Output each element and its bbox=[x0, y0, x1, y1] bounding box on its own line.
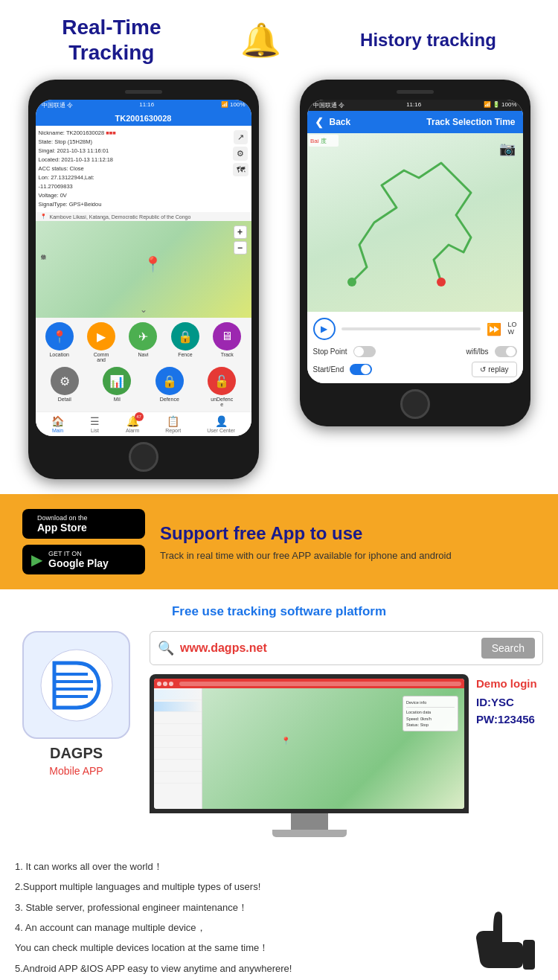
demo-pw: PW:123456 bbox=[476, 713, 543, 726]
app-logo-box bbox=[22, 631, 130, 739]
monitor-display: Device info Location data Speed: 0km/h S… bbox=[154, 679, 464, 809]
title-line2: Tracking bbox=[68, 41, 154, 64]
phone1-wrapper: 中国联通 令 11:16 📶 100% TK2001630028 Nicknam… bbox=[28, 80, 259, 479]
command-btn[interactable]: ▶ Command bbox=[87, 322, 115, 362]
nav-main[interactable]: 🏠Main bbox=[51, 415, 64, 433]
search-bar: 🔍 www.dagps.net Search bbox=[150, 631, 543, 665]
zoom-in-btn[interactable]: + bbox=[234, 225, 247, 239]
location-label: 📍 Kambove Likasi, Katanga, Democratic Re… bbox=[36, 212, 251, 221]
back-btn[interactable]: ❮ bbox=[315, 116, 324, 128]
zoom-out-btn[interactable]: − bbox=[234, 241, 247, 254]
google-play-icon: ▶ bbox=[31, 551, 42, 569]
device-id-bar: TK2001630028 bbox=[36, 111, 251, 126]
info-icons: ↗ ⚙ 🗺 bbox=[233, 129, 248, 209]
header-section: Real-Time Tracking 🔔 History tracking bbox=[0, 0, 558, 72]
appstore-text: Download on the App Store bbox=[37, 514, 88, 534]
start-end-label: Start/End bbox=[313, 365, 344, 374]
monitor-base bbox=[272, 830, 347, 837]
detail-btn[interactable]: ⚙ Detail bbox=[51, 367, 79, 407]
feature-item-1: 1. It can works all over the world！ bbox=[15, 856, 446, 877]
action-row1: 📍 Location ▶ Command ✈ Navi 🔒 Fence bbox=[36, 318, 251, 364]
platform-right: 🔍 www.dagps.net Search bbox=[150, 631, 543, 837]
feature-item-2: 2.Support multiple languages and multipl… bbox=[15, 877, 446, 897]
play-button[interactable]: ▶ bbox=[313, 318, 336, 340]
app-name-label: DAGPS bbox=[50, 745, 103, 762]
feature-item-4: 4. An account can manage multiple device… bbox=[15, 917, 446, 938]
scroll-indicator: ⌄ bbox=[140, 304, 147, 315]
monitor-screen: Device info Location data Speed: 0km/h S… bbox=[150, 674, 469, 813]
playback-controls: ▶ ⏩ LOW Stop Point wifi/lbs bbox=[307, 312, 523, 383]
svg-text:度: 度 bbox=[321, 138, 327, 144]
phone1-home-button[interactable] bbox=[129, 442, 158, 472]
dagps-logo-svg bbox=[39, 648, 114, 723]
support-text: Support free App to use Track in real ti… bbox=[160, 523, 452, 561]
monitor-stand bbox=[291, 813, 328, 830]
stop-point-toggle[interactable] bbox=[353, 346, 376, 357]
track-path-svg: Bai 度 bbox=[307, 133, 523, 312]
platform-section: Free use tracking software platform DAGP… bbox=[0, 589, 558, 845]
googleplay-text: GET IT ON Google Play bbox=[48, 550, 109, 569]
phones-section: 中国联通 令 11:16 📶 100% TK2001630028 Nicknam… bbox=[0, 72, 558, 494]
realtime-title: Real-Time Tracking bbox=[62, 15, 161, 65]
nav-list[interactable]: ☰List bbox=[90, 415, 100, 433]
wifi-lbs-label: wifi/lbs bbox=[466, 348, 488, 356]
defence-btn[interactable]: 🔒 Defence bbox=[155, 367, 184, 407]
svg-point-0 bbox=[347, 278, 356, 286]
action-row2: ⚙ Detail 📊 Mil 🔒 Defence 🔓 unDefence bbox=[36, 364, 251, 411]
bell-icon-container: 🔔 bbox=[240, 21, 281, 60]
wifi-lbs-toggle[interactable] bbox=[495, 346, 517, 357]
title-line1: Real-Time bbox=[62, 16, 161, 39]
feature-item-6: 5.Android APP &IOS APP easy to view anyt… bbox=[15, 958, 446, 979]
speed-forward[interactable]: ⏩ bbox=[487, 322, 501, 336]
history-title: History tracking bbox=[360, 30, 496, 51]
map-pin: 📍 bbox=[144, 255, 162, 273]
undefence-btn[interactable]: 🔓 unDefence bbox=[208, 367, 236, 407]
nav-alarm[interactable]: 🔔 47 Alarm bbox=[126, 415, 139, 433]
status-bar: 中国联通 令 11:16 📶 100% bbox=[36, 100, 251, 111]
info-text: Nickname: TK2001630028 ■■■ State: Stop (… bbox=[39, 129, 230, 209]
fence-btn[interactable]: 🔒 Fence bbox=[171, 322, 199, 362]
phone1-frame: 中国联通 令 11:16 📶 100% TK2001630028 Nicknam… bbox=[28, 80, 259, 479]
share-icon-btn[interactable]: ↗ bbox=[234, 130, 248, 144]
map-area: 外华镇 📍 + − ⌄ bbox=[36, 221, 251, 318]
speed-label: LOW bbox=[507, 321, 516, 336]
info-panel: Nickname: TK2001630028 ■■■ State: Stop (… bbox=[36, 126, 251, 212]
navi-btn[interactable]: ✈ Navi bbox=[129, 322, 157, 362]
nav-report[interactable]: 📋Report bbox=[165, 415, 181, 433]
settings-icon-btn[interactable]: ⚙ bbox=[233, 147, 248, 161]
search-icon: 🔍 bbox=[158, 640, 174, 656]
yellow-banner: Download on the App Store ▶ GET IT ON Go… bbox=[0, 494, 558, 589]
feature-item-5: You can check multiple devices location … bbox=[15, 938, 446, 958]
map-controls: + − bbox=[234, 225, 247, 254]
map-icon-btn[interactable]: 🗺 bbox=[233, 163, 248, 176]
stop-point-label: Stop Point bbox=[313, 348, 347, 356]
app-logo-section: DAGPS Mobile APP bbox=[15, 631, 138, 777]
start-end-toggle[interactable] bbox=[350, 364, 372, 375]
track-header-title: Track Selection Time bbox=[426, 117, 515, 127]
monitor-container: Device info Location data Speed: 0km/h S… bbox=[150, 674, 469, 837]
phone2-status-bar: 中国联通 令 11:16 📶 🔋 100% bbox=[307, 100, 523, 111]
svg-rect-10 bbox=[523, 940, 535, 970]
bottom-nav: 🏠Main ☰List 🔔 47 Alarm 📋Report bbox=[36, 411, 251, 436]
track-header: ❮ Back Track Selection Time bbox=[307, 111, 523, 133]
features-section: 1. It can works all over the world！ 2.Su… bbox=[0, 845, 558, 980]
thumbs-up-icon bbox=[461, 894, 551, 980]
phone2-screen: 中国联通 令 11:16 📶 🔋 100% ❮ Back Track Selec… bbox=[307, 100, 523, 383]
location-btn[interactable]: 📍 Location bbox=[45, 322, 74, 362]
svg-text:Bai: Bai bbox=[310, 138, 319, 144]
track-btn[interactable]: 🖥 Track bbox=[213, 322, 241, 362]
progress-track[interactable] bbox=[341, 327, 481, 330]
nav-user-center[interactable]: 👤User Center bbox=[207, 415, 235, 433]
search-button[interactable]: Search bbox=[481, 638, 535, 659]
mil-btn[interactable]: 📊 Mil bbox=[103, 367, 131, 407]
demo-info: Demo login ID:YSC PW:123456 bbox=[476, 674, 543, 726]
mobile-app-label: Mobile APP bbox=[49, 765, 103, 777]
phone2-home-button[interactable] bbox=[400, 389, 430, 419]
replay-button[interactable]: ↺ replay bbox=[472, 362, 516, 377]
phone1-screen: 中国联通 令 11:16 📶 100% TK2001630028 Nicknam… bbox=[36, 100, 251, 436]
app-store-button[interactable]: Download on the App Store bbox=[22, 509, 145, 539]
search-url-text: www.dagps.net bbox=[180, 641, 475, 655]
google-play-button[interactable]: ▶ GET IT ON Google Play bbox=[22, 545, 145, 574]
phone2-frame: 中国联通 令 11:16 📶 🔋 100% ❮ Back Track Selec… bbox=[300, 80, 530, 426]
store-buttons: Download on the App Store ▶ GET IT ON Go… bbox=[22, 509, 145, 574]
